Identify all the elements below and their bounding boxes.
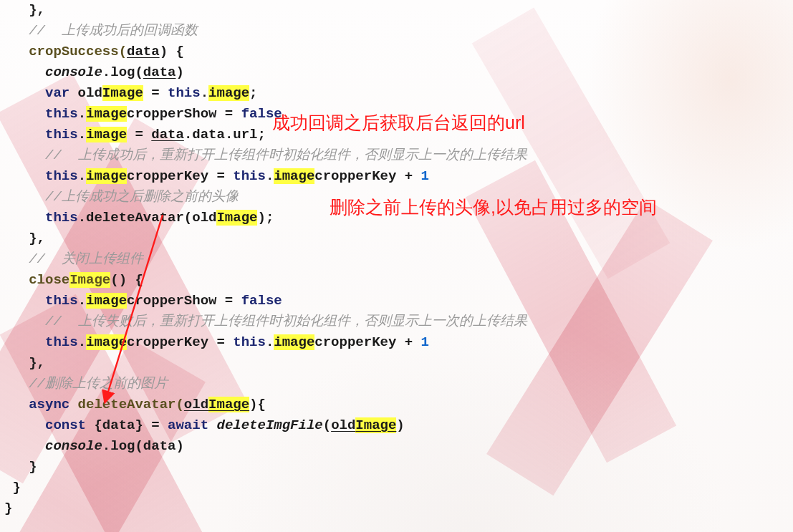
code-line: }, — [4, 2, 45, 18]
code-line: console.log(data) — [4, 64, 184, 80]
code-line: console.log(data) — [4, 438, 184, 454]
code-comment: // 上传成功后的回调函数 — [4, 23, 198, 39]
code-line: this.imagecropperKey = this.imagecropper… — [4, 168, 429, 184]
code-line: }, — [4, 355, 45, 371]
code-comment: //删除上传之前的图片 — [4, 376, 168, 392]
code-line: async deleteAvatar(oldImage){ — [4, 397, 266, 412]
code-line: this.imagecropperShow = false — [4, 293, 282, 309]
code-line: } — [4, 480, 21, 495]
code-block: }, // 上传成功后的回调函数 cropSuccess(data) { con… — [0, 0, 793, 519]
code-line: var oldImage = this.image; — [4, 85, 258, 101]
code-line: this.imagecropperKey = this.imagecropper… — [4, 334, 429, 350]
code-comment: //上传成功之后删除之前的头像 — [4, 189, 239, 205]
code-line: closeImage() { — [4, 272, 143, 288]
code-line: this.imagecropperShow = false — [4, 106, 282, 122]
code-comment: // 关闭上传组件 — [4, 251, 143, 267]
code-line: this.image = data.data.url; — [4, 127, 266, 142]
code-line: const {data} = await deleteImgFile(oldIm… — [4, 417, 405, 433]
annotation-callback-url: 成功回调之后获取后台返回的url — [272, 112, 525, 133]
annotation-delete-avatar: 删除之前上传的头像,以免占用过多的空间 — [330, 197, 657, 218]
code-line: this.deleteAvatar(oldImage); — [4, 210, 274, 226]
code-line: } — [4, 500, 12, 516]
code-comment: // 上传失败后，重新打开上传组件时初始化组件，否则显示上一次的上传结果 — [4, 314, 527, 329]
code-line: } — [4, 459, 37, 475]
code-comment: // 上传成功后，重新打开上传组件时初始化组件，否则显示上一次的上传结果 — [4, 147, 527, 163]
code-line: cropSuccess(data) { — [4, 44, 184, 59]
code-line: }, — [4, 231, 45, 246]
